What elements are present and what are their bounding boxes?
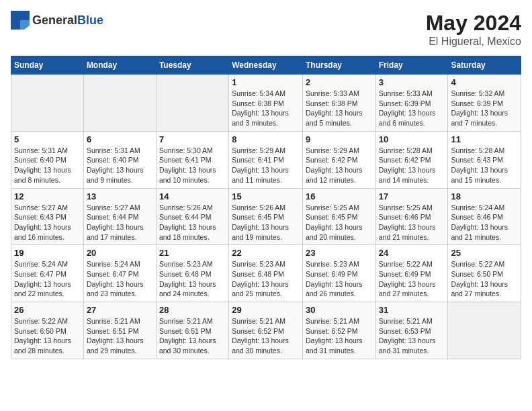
calendar-cell xyxy=(448,302,521,359)
day-info: Sunrise: 5:21 AM Sunset: 6:52 PM Dayligh… xyxy=(306,316,373,356)
calendar-cell: 26Sunrise: 5:22 AM Sunset: 6:50 PM Dayli… xyxy=(11,302,84,359)
day-info: Sunrise: 5:28 AM Sunset: 6:42 PM Dayligh… xyxy=(379,146,445,185)
day-number: 12 xyxy=(14,191,81,201)
calendar-cell: 31Sunrise: 5:21 AM Sunset: 6:53 PM Dayli… xyxy=(375,302,448,359)
day-info: Sunrise: 5:27 AM Sunset: 6:44 PM Dayligh… xyxy=(87,203,153,242)
dow-header-saturday: Saturday xyxy=(448,56,521,75)
calendar-cell: 16Sunrise: 5:25 AM Sunset: 6:45 PM Dayli… xyxy=(302,188,375,245)
calendar-cell: 25Sunrise: 5:22 AM Sunset: 6:50 PM Dayli… xyxy=(448,245,521,302)
day-number: 2 xyxy=(306,77,373,87)
week-row-1: 1Sunrise: 5:34 AM Sunset: 6:38 PM Daylig… xyxy=(11,75,521,132)
calendar-cell xyxy=(156,75,228,132)
svg-rect-1 xyxy=(20,11,30,20)
calendar-cell: 4Sunrise: 5:32 AM Sunset: 6:39 PM Daylig… xyxy=(448,75,521,132)
month-title: May 2024 xyxy=(426,11,521,36)
day-info: Sunrise: 5:23 AM Sunset: 6:49 PM Dayligh… xyxy=(306,259,373,299)
logo-text-blue: Blue xyxy=(77,13,103,27)
day-info: Sunrise: 5:28 AM Sunset: 6:43 PM Dayligh… xyxy=(451,146,518,185)
day-number: 4 xyxy=(451,77,518,87)
calendar-cell: 29Sunrise: 5:21 AM Sunset: 6:52 PM Dayli… xyxy=(229,302,303,359)
day-info: Sunrise: 5:23 AM Sunset: 6:48 PM Dayligh… xyxy=(232,259,300,299)
calendar-cell: 3Sunrise: 5:33 AM Sunset: 6:39 PM Daylig… xyxy=(375,75,448,132)
calendar-cell: 22Sunrise: 5:23 AM Sunset: 6:48 PM Dayli… xyxy=(229,245,303,302)
day-number: 9 xyxy=(306,134,373,144)
day-number: 8 xyxy=(232,134,300,144)
day-number: 1 xyxy=(232,77,300,87)
dow-header-friday: Friday xyxy=(375,56,448,75)
dow-header-sunday: Sunday xyxy=(11,56,84,75)
calendar-cell: 7Sunrise: 5:30 AM Sunset: 6:41 PM Daylig… xyxy=(156,131,228,188)
day-number: 22 xyxy=(232,248,300,258)
day-number: 17 xyxy=(379,191,445,201)
calendar-cell xyxy=(83,75,156,132)
calendar-cell: 30Sunrise: 5:21 AM Sunset: 6:52 PM Dayli… xyxy=(302,302,375,359)
day-info: Sunrise: 5:33 AM Sunset: 6:39 PM Dayligh… xyxy=(379,89,445,128)
day-info: Sunrise: 5:24 AM Sunset: 6:47 PM Dayligh… xyxy=(14,259,81,299)
day-number: 16 xyxy=(306,191,373,201)
calendar-cell: 14Sunrise: 5:26 AM Sunset: 6:44 PM Dayli… xyxy=(156,188,228,245)
day-number: 26 xyxy=(14,305,81,315)
day-info: Sunrise: 5:26 AM Sunset: 6:44 PM Dayligh… xyxy=(159,203,226,242)
calendar-cell: 18Sunrise: 5:24 AM Sunset: 6:46 PM Dayli… xyxy=(448,188,521,245)
day-info: Sunrise: 5:21 AM Sunset: 6:52 PM Dayligh… xyxy=(232,316,300,356)
svg-rect-2 xyxy=(11,20,20,30)
calendar-cell: 13Sunrise: 5:27 AM Sunset: 6:44 PM Dayli… xyxy=(83,188,156,245)
day-number: 31 xyxy=(379,305,445,315)
week-row-4: 19Sunrise: 5:24 AM Sunset: 6:47 PM Dayli… xyxy=(11,245,521,302)
title-area: May 2024 El Higueral, Mexico xyxy=(426,11,521,48)
logo: GeneralBlue xyxy=(11,11,103,30)
day-info: Sunrise: 5:21 AM Sunset: 6:51 PM Dayligh… xyxy=(87,316,153,356)
location-subtitle: El Higueral, Mexico xyxy=(426,36,521,48)
day-number: 7 xyxy=(159,134,226,144)
day-info: Sunrise: 5:29 AM Sunset: 6:41 PM Dayligh… xyxy=(232,146,300,185)
day-info: Sunrise: 5:26 AM Sunset: 6:45 PM Dayligh… xyxy=(232,203,300,242)
day-info: Sunrise: 5:22 AM Sunset: 6:50 PM Dayligh… xyxy=(14,316,81,356)
calendar-cell: 19Sunrise: 5:24 AM Sunset: 6:47 PM Dayli… xyxy=(11,245,84,302)
day-info: Sunrise: 5:24 AM Sunset: 6:46 PM Dayligh… xyxy=(451,203,518,242)
day-info: Sunrise: 5:30 AM Sunset: 6:41 PM Dayligh… xyxy=(159,146,226,185)
svg-marker-3 xyxy=(20,20,30,30)
calendar-cell: 1Sunrise: 5:34 AM Sunset: 6:38 PM Daylig… xyxy=(229,75,303,132)
day-number: 25 xyxy=(451,248,518,258)
calendar-cell: 9Sunrise: 5:29 AM Sunset: 6:42 PM Daylig… xyxy=(302,131,375,188)
calendar-cell: 2Sunrise: 5:33 AM Sunset: 6:38 PM Daylig… xyxy=(302,75,375,132)
day-number: 23 xyxy=(306,248,373,258)
calendar-cell: 6Sunrise: 5:31 AM Sunset: 6:40 PM Daylig… xyxy=(83,131,156,188)
day-number: 21 xyxy=(159,248,226,258)
day-number: 19 xyxy=(14,248,81,258)
day-info: Sunrise: 5:34 AM Sunset: 6:38 PM Dayligh… xyxy=(232,89,300,128)
calendar-cell: 10Sunrise: 5:28 AM Sunset: 6:42 PM Dayli… xyxy=(375,131,448,188)
day-number: 3 xyxy=(379,77,445,87)
calendar-cell: 5Sunrise: 5:31 AM Sunset: 6:40 PM Daylig… xyxy=(11,131,84,188)
day-info: Sunrise: 5:22 AM Sunset: 6:50 PM Dayligh… xyxy=(451,259,518,299)
calendar-cell: 24Sunrise: 5:22 AM Sunset: 6:49 PM Dayli… xyxy=(375,245,448,302)
day-number: 14 xyxy=(159,191,226,201)
day-info: Sunrise: 5:33 AM Sunset: 6:38 PM Dayligh… xyxy=(306,89,373,128)
svg-rect-0 xyxy=(11,11,20,20)
day-info: Sunrise: 5:32 AM Sunset: 6:39 PM Dayligh… xyxy=(451,89,518,128)
day-info: Sunrise: 5:22 AM Sunset: 6:49 PM Dayligh… xyxy=(379,259,445,299)
calendar-cell: 17Sunrise: 5:25 AM Sunset: 6:46 PM Dayli… xyxy=(375,188,448,245)
calendar-cell: 11Sunrise: 5:28 AM Sunset: 6:43 PM Dayli… xyxy=(448,131,521,188)
calendar-cell: 15Sunrise: 5:26 AM Sunset: 6:45 PM Dayli… xyxy=(229,188,303,245)
logo-icon xyxy=(11,11,30,30)
week-row-5: 26Sunrise: 5:22 AM Sunset: 6:50 PM Dayli… xyxy=(11,302,521,359)
day-number: 6 xyxy=(87,134,153,144)
week-row-3: 12Sunrise: 5:27 AM Sunset: 6:43 PM Dayli… xyxy=(11,188,521,245)
calendar-cell: 12Sunrise: 5:27 AM Sunset: 6:43 PM Dayli… xyxy=(11,188,84,245)
day-info: Sunrise: 5:31 AM Sunset: 6:40 PM Dayligh… xyxy=(14,146,81,185)
calendar-table: SundayMondayTuesdayWednesdayThursdayFrid… xyxy=(11,56,521,359)
calendar-cell: 8Sunrise: 5:29 AM Sunset: 6:41 PM Daylig… xyxy=(229,131,303,188)
day-number: 18 xyxy=(451,191,518,201)
dow-header-monday: Monday xyxy=(83,56,156,75)
dow-header-tuesday: Tuesday xyxy=(156,56,228,75)
days-of-week-row: SundayMondayTuesdayWednesdayThursdayFrid… xyxy=(11,56,521,75)
calendar-cell: 27Sunrise: 5:21 AM Sunset: 6:51 PM Dayli… xyxy=(83,302,156,359)
calendar-cell xyxy=(11,75,84,132)
day-number: 24 xyxy=(379,248,445,258)
day-info: Sunrise: 5:21 AM Sunset: 6:53 PM Dayligh… xyxy=(379,316,445,356)
calendar-body: 1Sunrise: 5:34 AM Sunset: 6:38 PM Daylig… xyxy=(11,75,521,359)
calendar-cell: 28Sunrise: 5:21 AM Sunset: 6:51 PM Dayli… xyxy=(156,302,228,359)
day-number: 30 xyxy=(306,305,373,315)
day-info: Sunrise: 5:29 AM Sunset: 6:42 PM Dayligh… xyxy=(306,146,373,185)
